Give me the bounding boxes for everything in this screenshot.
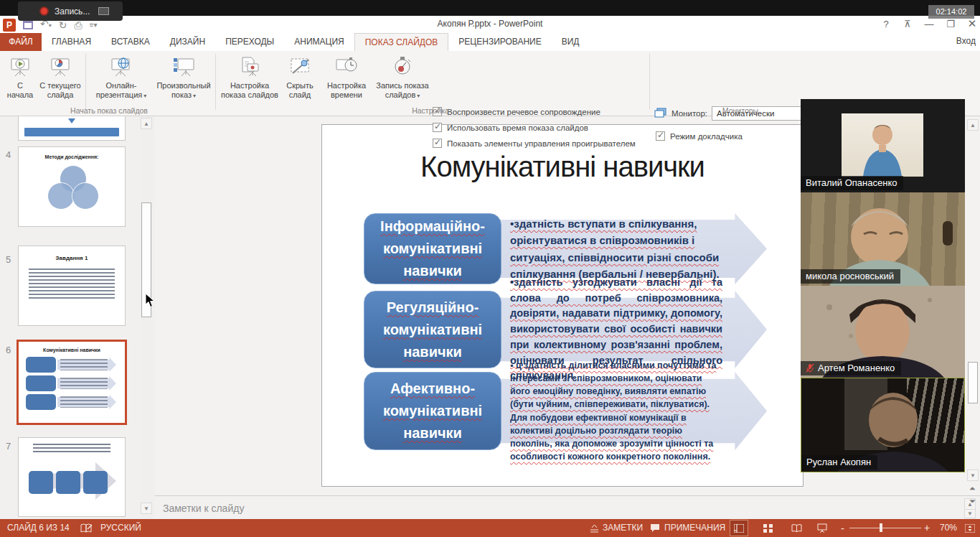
participant-photo	[842, 113, 923, 177]
meeting-video-panel: Виталий Опанасенко микола росновський Ар…	[801, 99, 965, 472]
checkbox-show-media-controls[interactable]: Показать элементы управления проигрывате…	[433, 139, 636, 148]
smartart-box[interactable]: Регуляційно-комунікативні навички	[364, 291, 501, 368]
recording-label: Запись...	[55, 6, 90, 17]
custom-slideshow-button[interactable]: Произвольный показ	[154, 54, 214, 108]
thumbnail-number: 5	[6, 254, 11, 265]
rehearse-timings-button[interactable]: Настройка времени	[320, 54, 373, 108]
minimize-icon[interactable]: —	[924, 19, 934, 29]
scroll-up-icon[interactable]: ▲	[141, 118, 152, 129]
scroll-down-icon[interactable]: ▼	[967, 470, 979, 481]
record-slideshow-button[interactable]: Запись показа слайдов	[374, 54, 431, 108]
slide-counter[interactable]: СЛАЙД 6 ИЗ 14	[7, 519, 70, 537]
recording-window-icon[interactable]	[98, 7, 109, 15]
scroll-down-icon[interactable]: ▼	[141, 503, 152, 514]
monitor-pie-icon	[49, 54, 72, 78]
thumbnail-slide-6-selected[interactable]: Комунікативні навички	[17, 340, 127, 425]
editor-scrollbar[interactable]: ▲ ▼ ⏶ ⏷	[967, 119, 979, 519]
thumbnail-number: 7	[6, 441, 11, 452]
slide-sorter-view-button[interactable]	[759, 520, 776, 536]
thumbnail-slide-5[interactable]: Завдання 1	[18, 246, 126, 326]
group-label-setup: Настройка	[412, 106, 449, 115]
tab-animations[interactable]: АНИМАЦИЯ	[284, 33, 354, 51]
slide-row-1: Інформаційно-комунікативні навички •здат…	[364, 213, 767, 284]
notes-toggle[interactable]	[590, 519, 599, 537]
arrow-text[interactable]: •здатність узгоджувати власні дії та сло…	[510, 291, 722, 368]
checkbox-use-timings[interactable]: Использовать время показа слайдов	[433, 123, 588, 132]
fit-slide-to-window-icon[interactable]	[961, 520, 979, 536]
checkbox-icon	[433, 123, 442, 132]
ribbon-tabs: ГЛАВНАЯ ВСТАВКА ДИЗАЙН ПЕРЕХОДЫ АНИМАЦИЯ…	[42, 33, 590, 51]
participant-name: микола росновський	[801, 269, 900, 284]
slideshow-view-button[interactable]	[814, 520, 831, 536]
checkbox-play-narrations[interactable]: Воспроизвести речевое сопровождение	[433, 107, 600, 116]
slide-row-2: Регуляційно-комунікативні навички •здатн…	[364, 291, 767, 368]
help-icon[interactable]: ?	[881, 19, 891, 29]
status-bar: СЛАЙД 6 ИЗ 14 РУССКИЙ ЗАМЕТКИ ПРИМЕЧАНИЯ…	[0, 519, 980, 537]
stopwatch-record-icon	[391, 54, 414, 78]
tab-review[interactable]: РЕЦЕНЗИРОВАНИЕ	[448, 33, 551, 51]
monitor-clock-icon	[334, 54, 359, 78]
checkbox-presenter-view[interactable]: Режим докладчика	[656, 131, 743, 141]
participant-tile-active-speaker[interactable]: Руслан Акопян	[801, 378, 965, 472]
from-current-slide-button[interactable]: С текущего слайда	[36, 54, 85, 108]
tab-slideshow[interactable]: ПОКАЗ СЛАЙДОВ	[354, 33, 449, 51]
checkbox-icon	[656, 131, 665, 141]
thumbnail-slide-7[interactable]	[18, 437, 126, 517]
spellcheck-icon[interactable]	[80, 519, 93, 537]
thumbnail-slide-4[interactable]: Методи дослідження:	[18, 146, 126, 227]
participant-name: Артем Романенко	[801, 361, 901, 375]
ribbon-options-icon[interactable]: ⊼	[903, 19, 913, 29]
monitor-list-icon	[172, 54, 195, 78]
tab-home[interactable]: ГЛАВНАЯ	[42, 33, 101, 51]
participant-tile[interactable]: микола росновський	[801, 192, 965, 286]
participant-tile[interactable]: Виталий Опанасенко	[801, 99, 965, 192]
from-beginning-button[interactable]: С начала	[4, 54, 36, 108]
zoom-slider-track[interactable]	[849, 528, 921, 528]
box-label: Афективно-комунікативні навички	[372, 378, 494, 444]
tab-transitions[interactable]: ПЕРЕХОДЫ	[215, 33, 284, 51]
tab-design[interactable]: ДИЗАЙН	[160, 33, 215, 51]
hide-slide-button[interactable]: Скрыть слайд	[282, 54, 318, 108]
present-online-button[interactable]: Онлайн- презентация	[89, 54, 154, 108]
smartart-box[interactable]: Інформаційно-комунікативні навички	[364, 213, 501, 284]
thumbnail-title: Методи дослідження:	[19, 154, 125, 159]
notes-pane[interactable]: Заметки к слайду ▲ ▼	[155, 495, 980, 519]
normal-view-button[interactable]	[730, 520, 748, 536]
arrow-text[interactable]: •здатність вступати в спілкування, орієн…	[510, 213, 722, 284]
ribbon-separator	[649, 54, 650, 110]
tab-file[interactable]: ФАЙЛ	[0, 33, 42, 51]
group-label-monitors: Мониторы	[722, 106, 758, 115]
zoom-out-icon[interactable]: -	[841, 519, 844, 537]
comments-toggle-label[interactable]: ПРИМЕЧАНИЯ	[664, 519, 725, 537]
monitors-icon	[654, 108, 667, 119]
close-icon[interactable]: ✕	[967, 17, 977, 30]
setup-slideshow-button[interactable]: Настройка показа слайдов	[219, 54, 281, 108]
restore-icon[interactable]: ❐	[946, 19, 956, 29]
hidden-slide-icon	[288, 54, 311, 78]
scrollbar-thumb[interactable]	[968, 362, 978, 403]
comments-toggle[interactable]	[650, 519, 660, 537]
smartart-box[interactable]: Афективно-комунікативні навички	[364, 372, 501, 450]
language-indicator[interactable]: РУССКИЙ	[100, 519, 141, 537]
reading-view-button[interactable]	[788, 520, 805, 536]
zoom-slider-thumb[interactable]	[880, 523, 882, 532]
participant-tile[interactable]: Артем Романенко	[801, 286, 965, 378]
thumbnail-slide-3-partial[interactable]	[18, 116, 126, 141]
next-slide-icon[interactable]: ⏷	[969, 497, 976, 506]
zoom-level[interactable]: 70%	[940, 519, 957, 537]
tab-insert[interactable]: ВСТАВКА	[101, 33, 160, 51]
box-label: Інформаційно-комунікативні навички	[372, 215, 494, 282]
recording-indicator[interactable]: Запись...	[18, 1, 123, 21]
participant-name: Виталий Опанасенко	[801, 176, 903, 190]
save-icon[interactable]	[23, 20, 33, 29]
scroll-up-icon[interactable]: ▲	[967, 119, 979, 131]
tab-view[interactable]: ВИД	[552, 33, 590, 51]
zoom-in-icon[interactable]: +	[924, 519, 930, 537]
previous-slide-icon[interactable]: ⏶	[969, 484, 976, 493]
meeting-toolbar-strip	[0, 0, 980, 16]
sign-in-link[interactable]: Вход	[956, 36, 976, 46]
arrow-text[interactable]: ▪ ц здатність ділитися власними почуттям…	[510, 372, 722, 450]
notes-toggle-label[interactable]: ЗАМЕТКИ	[603, 519, 643, 537]
slide-canvas[interactable]: Комунікативні навички Інформаційно-комун…	[321, 124, 804, 487]
thumbnail-scrollbar[interactable]: ▲ ▼	[141, 116, 153, 519]
